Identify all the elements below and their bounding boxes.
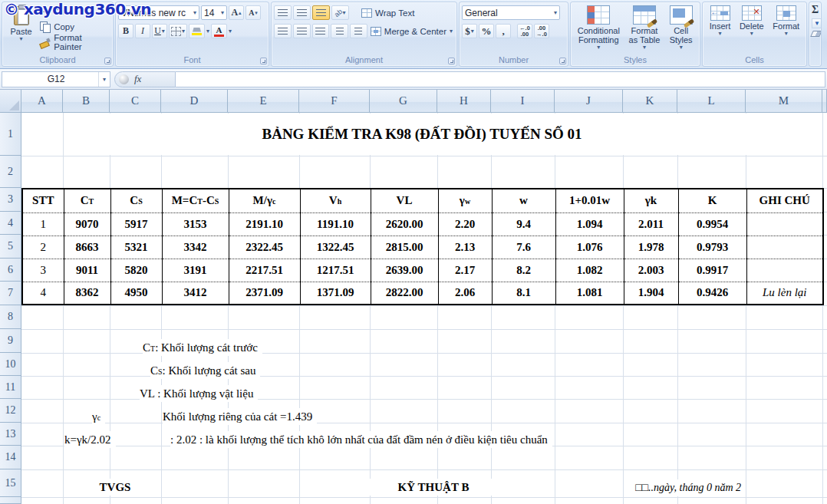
column-header-h[interactable]: H bbox=[437, 90, 491, 113]
cell[interactable]: 2.06 bbox=[438, 282, 492, 305]
font-color-button[interactable]: A bbox=[211, 24, 227, 38]
cell[interactable]: 1.082 bbox=[555, 259, 624, 282]
header-m-gamma[interactable]: M/γc bbox=[229, 189, 300, 212]
header-m[interactable]: M=CT-CS bbox=[162, 189, 229, 212]
percent-style-button[interactable]: % bbox=[479, 24, 494, 38]
cell[interactable]: 2.011 bbox=[624, 212, 678, 236]
cell[interactable]: 9.4 bbox=[492, 212, 555, 236]
header-w[interactable]: w bbox=[492, 189, 555, 212]
align-center-button[interactable] bbox=[293, 24, 311, 38]
header-ct[interactable]: CT bbox=[64, 189, 110, 212]
cell[interactable]: 9070 bbox=[64, 212, 110, 236]
grow-font-button[interactable]: A ▴ bbox=[229, 5, 244, 20]
cell[interactable]: 7.6 bbox=[492, 236, 555, 259]
row-header-11[interactable]: 11 bbox=[0, 376, 21, 399]
cell[interactable]: 1322.45 bbox=[300, 236, 371, 259]
cell[interactable]: 3153 bbox=[162, 212, 229, 236]
font-size-select[interactable]: 14 ▾ bbox=[201, 5, 227, 20]
wrap-text-button[interactable]: Wrap Text bbox=[360, 5, 416, 20]
cell[interactable]: 1217.51 bbox=[300, 259, 371, 282]
header-gamma-w[interactable]: γw bbox=[438, 189, 492, 212]
column-header-l[interactable]: L bbox=[677, 90, 746, 113]
footer-ky-thuat-b[interactable]: KỸ THUẬT B bbox=[361, 479, 506, 496]
row-header-15[interactable]: 15 bbox=[0, 469, 21, 497]
cell[interactable]: 3 bbox=[22, 259, 64, 282]
note-vl[interactable]: VL : Khối lượng vật liệu bbox=[140, 385, 258, 402]
cell[interactable]: 2815.00 bbox=[371, 236, 438, 259]
column-header-d[interactable]: D bbox=[161, 90, 228, 113]
row-header-8[interactable]: 8 bbox=[0, 305, 21, 329]
cell[interactable]: 2217.51 bbox=[229, 259, 300, 282]
header-cs[interactable]: CS bbox=[110, 189, 162, 212]
comma-style-button[interactable]: , bbox=[496, 24, 511, 38]
cell[interactable] bbox=[746, 236, 823, 259]
align-middle-button[interactable] bbox=[293, 5, 311, 20]
format-painter-button[interactable]: Format Painter bbox=[38, 36, 110, 48]
note-ct[interactable]: CT: Khối lượng cát trước bbox=[143, 339, 262, 356]
cell[interactable]: 1.081 bbox=[555, 282, 624, 305]
row-header-3[interactable]: 3 bbox=[0, 188, 21, 212]
cell[interactable]: 1.978 bbox=[624, 236, 678, 259]
cell[interactable]: 2.13 bbox=[438, 236, 492, 259]
shrink-font-button[interactable]: A ▾ bbox=[245, 5, 261, 20]
format-as-table-button[interactable]: Format as Table ▾ bbox=[624, 5, 664, 55]
row-header-10[interactable]: 10 bbox=[0, 353, 21, 376]
header-gamma-k[interactable]: γk bbox=[624, 189, 678, 212]
cell[interactable]: 3342 bbox=[162, 236, 229, 259]
cell[interactable]: 5321 bbox=[110, 236, 162, 259]
cell[interactable]: 2.17 bbox=[438, 259, 492, 282]
cell[interactable]: 8663 bbox=[64, 236, 110, 259]
note-cs[interactable]: CS: Khối lượng cát sau bbox=[150, 362, 260, 379]
row-header-6[interactable]: 6 bbox=[0, 259, 21, 282]
name-box[interactable]: G12 ▾ bbox=[2, 71, 110, 87]
cell[interactable]: 9011 bbox=[64, 259, 110, 282]
cell[interactable]: 2322.45 bbox=[229, 236, 300, 259]
header-vh[interactable]: Vh bbox=[300, 189, 371, 212]
cell[interactable]: 4 bbox=[22, 282, 64, 305]
formula-input[interactable] bbox=[176, 71, 825, 87]
cell[interactable] bbox=[746, 212, 823, 236]
cell[interactable]: 1371.09 bbox=[300, 282, 371, 305]
cell[interactable]: 1 bbox=[22, 212, 64, 236]
fill-button[interactable]: ▼ bbox=[812, 18, 822, 28]
cell[interactable]: 3412 bbox=[162, 282, 229, 305]
align-bottom-button[interactable] bbox=[312, 5, 330, 20]
accounting-format-button[interactable]: $ ▾ bbox=[462, 24, 477, 38]
column-header-i[interactable]: I bbox=[491, 90, 555, 113]
decrease-indent-button[interactable] bbox=[331, 24, 348, 38]
cell[interactable]: 5820 bbox=[110, 259, 162, 282]
decrease-decimal-button[interactable]: .00 →.0 bbox=[534, 24, 549, 38]
header-vl[interactable]: VL bbox=[371, 189, 438, 212]
merge-center-button[interactable]: Merge & Center ▾ bbox=[369, 24, 454, 38]
header-stt[interactable]: STT bbox=[22, 189, 64, 212]
cell[interactable]: 2822.00 bbox=[371, 282, 438, 305]
cell[interactable]: 2191.10 bbox=[229, 212, 300, 236]
cell[interactable]: 4950 bbox=[110, 282, 162, 305]
footer-date[interactable]: □□..ngày, tháng 0 năm 2 bbox=[635, 479, 746, 496]
borders-button[interactable]: ▾ bbox=[169, 24, 187, 38]
select-all-corner[interactable] bbox=[0, 90, 21, 113]
number-format-select[interactable]: General ▾ bbox=[462, 5, 560, 20]
cell[interactable]: 2639.00 bbox=[371, 259, 438, 282]
row-header-14[interactable]: 14 bbox=[0, 446, 21, 469]
delete-cells-button[interactable]: Delete ▾ bbox=[737, 5, 766, 55]
orientation-button[interactable]: ab ▾ bbox=[331, 5, 349, 20]
cell[interactable]: 2620.00 bbox=[371, 212, 438, 236]
row-header-12[interactable]: 12 bbox=[0, 399, 21, 423]
header-ghi-chu[interactable]: GHI CHÚ bbox=[746, 189, 823, 212]
column-header-c[interactable]: C bbox=[110, 90, 161, 113]
cell[interactable]: 0.9954 bbox=[678, 212, 746, 236]
note-gamma-c-label[interactable]: γc bbox=[92, 408, 105, 425]
cell[interactable]: 8362 bbox=[64, 282, 110, 305]
italic-button[interactable]: I bbox=[135, 24, 150, 38]
column-header-a[interactable]: A bbox=[21, 90, 63, 113]
insert-cells-button[interactable]: Insert ▾ bbox=[707, 5, 733, 55]
note-k-label[interactable]: k=γk/2.02 bbox=[64, 431, 116, 448]
cell[interactable]: 3191 bbox=[162, 259, 229, 282]
dialog-launcher-icon[interactable] bbox=[559, 58, 566, 64]
insert-function-button[interactable]: fx bbox=[114, 71, 176, 87]
row-header-13[interactable]: 13 bbox=[0, 423, 21, 446]
conditional-formatting-button[interactable]: Conditional Formatting ▾ bbox=[573, 5, 624, 55]
copy-button[interactable]: Copy bbox=[38, 21, 110, 33]
cell[interactable]: 8.1 bbox=[492, 282, 555, 305]
